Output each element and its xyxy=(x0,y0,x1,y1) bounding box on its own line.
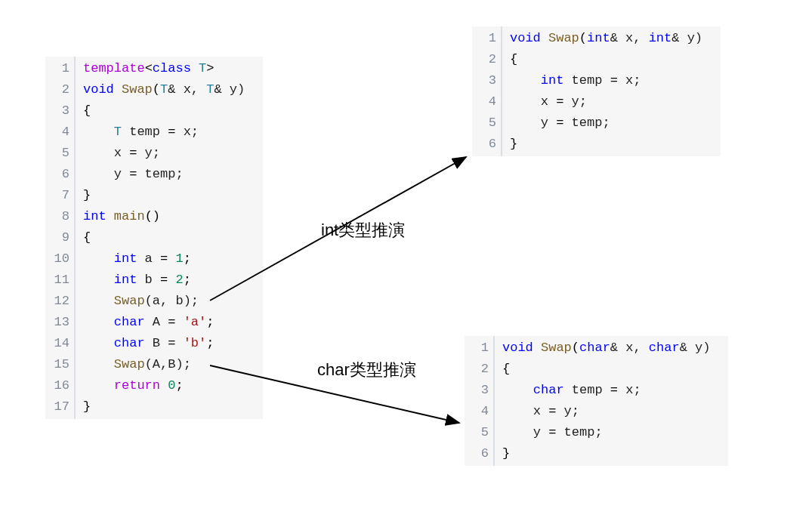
token: = xyxy=(129,146,137,160)
token xyxy=(83,336,114,350)
token xyxy=(83,357,114,371)
code-line: x = y; xyxy=(510,91,702,113)
token: temp; xyxy=(563,116,610,130)
token: ; xyxy=(206,315,214,329)
token xyxy=(83,294,114,308)
token xyxy=(168,251,175,266)
token: = xyxy=(129,167,137,181)
token: temp; xyxy=(137,167,183,181)
line-number: 1 xyxy=(472,338,489,359)
line-number: 1 xyxy=(53,58,69,79)
code-line: } xyxy=(502,443,710,464)
token: x xyxy=(502,404,548,418)
token: ; xyxy=(175,378,183,393)
code-line: { xyxy=(502,359,710,380)
line-number: 3 xyxy=(472,380,489,401)
code-line: char temp = x; xyxy=(502,380,710,401)
line-number: 6 xyxy=(53,164,69,185)
line-number: 7 xyxy=(53,185,69,206)
token: temp xyxy=(564,383,610,397)
token: y xyxy=(83,167,129,181)
token: { xyxy=(83,230,91,245)
token: Swap xyxy=(114,294,145,308)
token: Swap xyxy=(114,357,145,371)
code-char: void Swap(char& x, char& y){ char temp =… xyxy=(495,336,728,466)
token: } xyxy=(510,137,517,151)
code-line: void Swap(int& x, int& y) xyxy=(510,28,702,49)
token: & x, xyxy=(610,31,649,45)
token: A xyxy=(145,315,168,329)
token: & y) xyxy=(680,341,711,355)
line-number: 6 xyxy=(472,443,489,464)
token: int xyxy=(114,273,137,287)
token: ( xyxy=(579,31,587,45)
token: ( xyxy=(572,341,579,355)
token: ; xyxy=(206,336,214,350)
code-line: x = y; xyxy=(502,401,710,422)
token: a xyxy=(137,251,160,266)
line-number: 5 xyxy=(472,422,489,443)
token: int xyxy=(649,31,672,45)
code-line: int a = 1; xyxy=(83,248,245,270)
token: main xyxy=(114,209,145,223)
line-number: 14 xyxy=(53,333,69,354)
code-line: int b = 2; xyxy=(83,270,245,291)
token: y; xyxy=(556,404,579,418)
token xyxy=(502,383,533,397)
token: 'a' xyxy=(184,315,207,329)
token: 'b' xyxy=(184,336,207,350)
line-number: 3 xyxy=(480,70,496,91)
code-int: void Swap(int& x, int& y){ int temp = x;… xyxy=(502,26,721,156)
line-number: 13 xyxy=(53,312,69,333)
token: & y) xyxy=(214,82,245,97)
token: = xyxy=(610,383,618,397)
token: { xyxy=(83,103,91,118)
code-line: } xyxy=(83,185,245,206)
code-line: char B = 'b'; xyxy=(83,333,245,354)
token: = xyxy=(168,125,175,139)
token: = xyxy=(548,425,556,439)
token: char xyxy=(114,315,145,329)
token: ; xyxy=(184,273,191,287)
token: x; xyxy=(175,125,199,139)
token: & x, xyxy=(168,82,206,97)
token: int xyxy=(541,73,564,88)
line-number: 12 xyxy=(53,291,69,312)
token: < xyxy=(145,61,153,76)
code-line: Swap(a, b); xyxy=(83,291,245,312)
token: y xyxy=(502,425,548,439)
token: temp xyxy=(563,73,610,88)
gutter-main: 1234567891011121314151617 xyxy=(45,57,76,419)
token xyxy=(541,31,548,45)
token: ( xyxy=(153,82,160,97)
code-line: int temp = x; xyxy=(510,70,702,91)
token: y; xyxy=(137,146,160,160)
token: (A,B); xyxy=(145,357,191,371)
token: B xyxy=(145,336,168,350)
token xyxy=(83,125,114,139)
token: int xyxy=(114,251,137,266)
token xyxy=(510,73,541,88)
code-line: y = temp; xyxy=(502,422,710,443)
token: T xyxy=(114,125,122,139)
token: = xyxy=(548,404,556,418)
gutter-int: 123456 xyxy=(472,26,502,156)
token: { xyxy=(510,52,517,66)
line-number: 2 xyxy=(480,49,496,70)
line-number: 4 xyxy=(53,122,69,143)
token xyxy=(533,341,541,355)
code-main: template<class T>void Swap(T& x, T& y){ … xyxy=(76,57,263,419)
code-block-main: 1234567891011121314151617 template<class… xyxy=(45,57,263,419)
token: char xyxy=(649,341,680,355)
token xyxy=(160,378,168,393)
token xyxy=(83,378,114,393)
code-block-int: 123456 void Swap(int& x, int& y){ int te… xyxy=(472,26,721,156)
token: Swap xyxy=(548,31,579,45)
line-number: 2 xyxy=(472,359,489,380)
code-line: y = temp; xyxy=(83,164,245,185)
token: y xyxy=(510,116,556,130)
code-line: void Swap(char& x, char& y) xyxy=(502,338,710,359)
token: b xyxy=(137,273,160,287)
token: = xyxy=(556,116,563,130)
token: (a, b); xyxy=(145,294,199,308)
